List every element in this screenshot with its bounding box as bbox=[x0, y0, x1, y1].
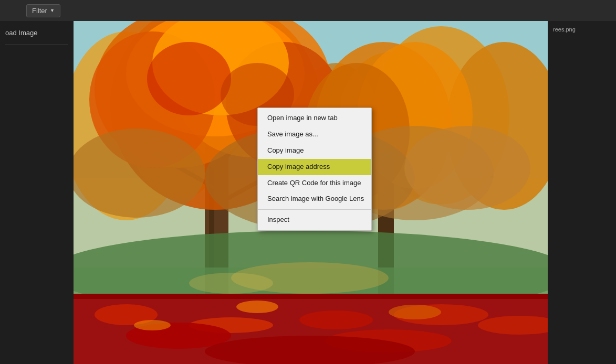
svg-point-37 bbox=[299, 311, 373, 329]
svg-point-45 bbox=[134, 320, 171, 330]
context-menu-item-save-image-as[interactable]: Save image as... bbox=[258, 126, 371, 143]
right-sidebar: rees.png bbox=[548, 21, 616, 364]
upload-image-label[interactable]: oad Image bbox=[5, 29, 68, 37]
svg-point-47 bbox=[189, 273, 273, 294]
svg-point-21 bbox=[147, 42, 231, 115]
top-bar: Filter bbox=[0, 0, 616, 21]
left-sidebar: oad Image bbox=[0, 21, 74, 364]
context-menu-item-copy-image[interactable]: Copy image bbox=[258, 143, 371, 159]
svg-point-30 bbox=[74, 129, 205, 218]
svg-point-29 bbox=[404, 126, 530, 210]
filter-button[interactable]: Filter bbox=[26, 4, 60, 17]
context-menu-item-copy-image-address[interactable]: Copy image address bbox=[258, 159, 371, 175]
context-menu-item-search-google-lens[interactable]: Search image with Google Lens bbox=[258, 191, 371, 207]
context-menu-item-inspect[interactable]: Inspect bbox=[258, 212, 371, 228]
file-name-label: rees.png bbox=[553, 26, 576, 33]
context-menu: Open image in new tabSave image as...Cop… bbox=[257, 108, 372, 231]
context-menu-item-open-image-new-tab[interactable]: Open image in new tab bbox=[258, 110, 371, 126]
svg-point-44 bbox=[389, 305, 441, 319]
sidebar-divider bbox=[5, 45, 68, 45]
svg-point-43 bbox=[236, 301, 278, 313]
context-menu-item-create-qr-code[interactable]: Create QR Code for this image bbox=[258, 175, 371, 191]
menu-separator bbox=[258, 209, 371, 210]
